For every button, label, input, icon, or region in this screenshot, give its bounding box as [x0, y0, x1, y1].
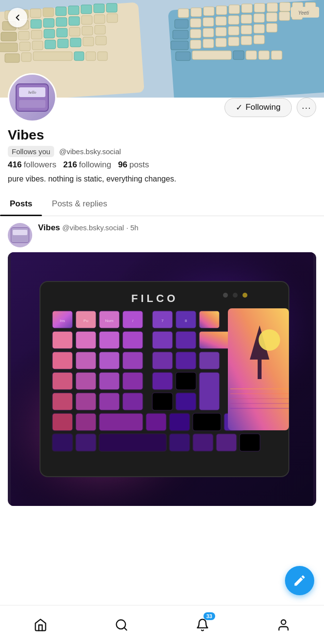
svg-rect-23 — [44, 29, 55, 38]
svg-rect-45 — [203, 7, 214, 16]
tab-posts[interactable]: Posts — [0, 192, 42, 216]
svg-rect-113 — [152, 352, 173, 369]
svg-rect-126 — [122, 393, 143, 410]
svg-rect-56 — [203, 18, 214, 26]
svg-rect-35 — [96, 36, 106, 45]
svg-rect-80 — [254, 35, 264, 44]
follows-row: Follows you @vibes.bsky.social — [8, 146, 316, 157]
svg-rect-73 — [266, 23, 277, 32]
profile-section: hello ✓ Following ··· Vibes Follows you … — [0, 73, 324, 184]
following-button-label: Following — [245, 102, 281, 112]
svg-rect-86 — [271, 51, 282, 60]
svg-point-94 — [243, 293, 247, 298]
svg-rect-14 — [43, 19, 54, 27]
svg-rect-145 — [258, 360, 262, 379]
svg-rect-134 — [193, 413, 221, 431]
svg-rect-104 — [99, 331, 120, 349]
svg-rect-132 — [146, 413, 166, 431]
svg-rect-76 — [203, 39, 214, 48]
svg-rect-9 — [94, 4, 104, 13]
compose-button[interactable] — [285, 566, 314, 595]
svg-text:Ins: Ins — [60, 319, 65, 323]
svg-rect-137 — [76, 434, 96, 451]
svg-rect-102 — [52, 331, 73, 349]
svg-rect-74 — [171, 41, 188, 50]
svg-line-159 — [124, 627, 126, 630]
svg-rect-18 — [94, 15, 105, 23]
back-button[interactable] — [8, 8, 27, 27]
svg-rect-122 — [199, 372, 220, 410]
svg-rect-39 — [74, 52, 84, 60]
svg-rect-124 — [76, 393, 96, 410]
svg-rect-19 — [107, 14, 118, 22]
following-count: 216 — [63, 160, 77, 170]
svg-text:Num: Num — [105, 319, 114, 323]
svg-rect-128 — [176, 393, 196, 410]
svg-rect-59 — [241, 15, 252, 23]
nav-search[interactable] — [107, 610, 136, 640]
profile-tabs: Posts Posts & replies — [0, 192, 324, 216]
svg-rect-51 — [280, 2, 290, 11]
post-image: FILCO — [8, 252, 316, 506]
edit-icon — [293, 574, 306, 587]
svg-rect-115 — [199, 352, 220, 369]
svg-rect-105 — [122, 331, 143, 349]
svg-rect-79 — [241, 36, 252, 45]
svg-rect-106 — [152, 331, 173, 349]
svg-rect-13 — [31, 20, 41, 28]
post-author-avatar — [8, 223, 32, 247]
followers-label: followers — [23, 160, 56, 170]
svg-rect-33 — [70, 38, 81, 47]
profile-handle: @vibes.bsky.social — [59, 147, 121, 156]
profile-actions: ✓ Following ··· — [224, 98, 316, 117]
svg-rect-6 — [56, 7, 66, 16]
more-dots-icon: ··· — [302, 102, 311, 113]
svg-rect-110 — [76, 352, 96, 369]
svg-rect-130 — [76, 413, 96, 431]
stats-row: 416 followers 216 following 96 posts — [8, 160, 316, 170]
svg-rect-47 — [229, 5, 240, 14]
svg-rect-66 — [173, 30, 188, 39]
svg-text:Yeeti: Yeeti — [298, 10, 309, 16]
svg-rect-78 — [228, 37, 239, 46]
svg-rect-17 — [81, 16, 92, 24]
svg-rect-30 — [32, 41, 43, 50]
svg-rect-28 — [0, 43, 18, 52]
svg-rect-54 — [175, 20, 188, 28]
svg-rect-68 — [203, 28, 214, 37]
nav-profile[interactable] — [269, 610, 298, 640]
svg-rect-61 — [266, 13, 277, 21]
svg-rect-118 — [99, 372, 120, 390]
svg-point-93 — [233, 293, 238, 298]
following-label: following — [79, 160, 111, 170]
svg-rect-117 — [76, 372, 96, 390]
checkmark-icon: ✓ — [236, 102, 243, 113]
svg-rect-16 — [69, 17, 80, 25]
svg-rect-107 — [176, 331, 196, 349]
svg-rect-38 — [33, 52, 72, 60]
svg-rect-20 — [1, 32, 17, 41]
tab-posts-replies[interactable]: Posts & replies — [42, 192, 117, 216]
svg-rect-21 — [19, 31, 29, 40]
svg-rect-127 — [152, 393, 173, 410]
svg-rect-103 — [76, 331, 96, 349]
svg-rect-140 — [193, 434, 213, 451]
svg-text:7: 7 — [162, 319, 164, 323]
post-author-name: Vibes — [38, 223, 60, 232]
following-button[interactable]: ✓ Following — [224, 98, 292, 117]
nav-home[interactable] — [26, 610, 55, 640]
svg-rect-34 — [83, 37, 94, 46]
nav-notifications[interactable]: 33 — [188, 610, 217, 640]
svg-rect-112 — [122, 352, 143, 369]
svg-rect-25 — [69, 27, 80, 36]
followers-count: 416 — [8, 160, 21, 170]
search-icon — [115, 618, 128, 632]
svg-rect-83 — [233, 51, 244, 60]
svg-rect-4 — [30, 9, 41, 18]
svg-rect-36 — [5, 54, 20, 62]
svg-rect-22 — [31, 30, 42, 39]
svg-rect-133 — [169, 413, 190, 431]
svg-rect-15 — [56, 18, 67, 26]
more-options-button[interactable]: ··· — [297, 98, 316, 117]
svg-rect-101 — [199, 311, 220, 328]
